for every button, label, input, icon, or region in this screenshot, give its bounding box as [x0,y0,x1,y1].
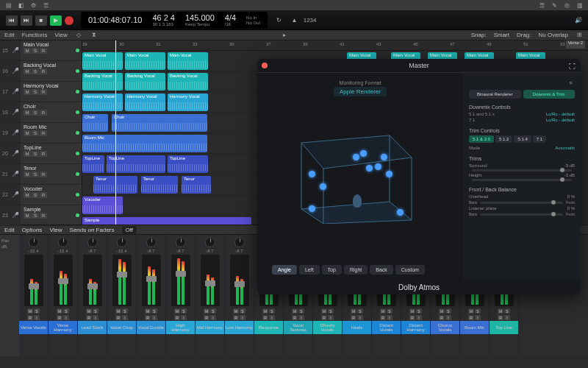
automation-icon[interactable]: ◇ [75,31,83,39]
solo-button[interactable]: S [93,308,98,314]
ruler[interactable]: Verse 2 2930313335373941434547495153 [82,40,588,51]
input-button[interactable]: I [151,315,157,320]
record-button[interactable]: R [498,315,503,320]
mute-button[interactable]: M [409,308,415,314]
play-button[interactable]: ▶ [50,15,62,26]
solo-button[interactable]: S [32,192,39,198]
mute-button[interactable]: M [27,308,33,314]
track-header[interactable]: 16 🎤 Backing Vocal M S R [0,61,82,82]
mute-button[interactable]: M [24,89,31,95]
record-enable-button[interactable]: R [40,213,47,219]
record-button[interactable]: R [321,315,327,320]
input-button[interactable]: I [122,315,128,320]
record-enable-button[interactable]: R [40,48,47,54]
record-enable-button[interactable]: R [40,192,47,198]
atmos-object[interactable] [366,165,373,171]
track-type-icon[interactable]: 🎤 [10,40,21,60]
solo-button[interactable]: S [63,308,69,314]
expand-icon[interactable]: ⛶ [568,62,576,70]
playhead[interactable] [115,40,116,224]
channel-name[interactable]: Response [254,321,283,334]
fader[interactable] [112,255,132,306]
notes-icon[interactable]: ✎ [551,1,559,10]
channel-name[interactable]: Lead Stack [78,321,107,334]
view-angle-button[interactable]: Angle [272,265,297,275]
atmos-titlebar[interactable]: Master ⛶ [257,59,581,73]
record-button[interactable]: R [262,315,268,320]
channel-name[interactable]: Vocal Double [137,321,165,334]
lcd-display[interactable]: 01:00:48:07.10 46 2 430 1 3 183 145.000K… [81,12,268,29]
solo-button[interactable]: S [357,308,363,314]
pan-knob[interactable] [117,237,127,247]
input-button[interactable]: I [328,315,334,320]
region[interactable]: Backing Vocal [82,73,123,91]
region[interactable]: Main Vocal [125,52,165,70]
record-enable-button[interactable]: R [40,151,47,157]
listener-slider[interactable] [480,213,563,216]
input-button[interactable]: I [387,315,392,320]
mute-button[interactable]: M [24,171,31,177]
channel-name[interactable]: Mid Harmony [196,321,224,334]
channel-name[interactable]: Verse Harmony [49,321,77,334]
mute-button[interactable]: M [115,308,121,314]
record-button[interactable]: R [468,315,474,320]
track-type-icon[interactable]: 🎤 [10,164,21,184]
fader-cap[interactable] [58,278,68,284]
mute-button[interactable]: M [233,308,239,314]
record-button[interactable]: R [409,315,415,320]
region[interactable]: Main Vocal [168,52,208,70]
fader[interactable] [24,255,43,306]
fader[interactable] [142,255,161,306]
record-button[interactable]: R [204,315,209,320]
atmos-panel[interactable]: Master ⛶ Monitoring Format Apple Rendere… [257,59,581,294]
view-menu[interactable]: View [54,32,67,38]
atmos-object[interactable] [381,154,387,160]
channel-name[interactable]: High Harmony [166,321,195,334]
solo-button[interactable]: S [416,308,422,314]
mute-button[interactable]: M [24,110,31,116]
channel-strip[interactable]: -15.4 M S R I Vocal Chop [107,235,137,356]
region[interactable]: Harmony Vocal [168,93,208,111]
record-button[interactable]: R [380,315,386,320]
channel-name[interactable]: Distant Vocals [372,321,401,334]
track-name[interactable]: Backing Vocal [24,63,79,68]
input-button[interactable]: I [475,315,481,320]
channel-strip[interactable]: -8.7 M S R I High Harmony [166,235,196,356]
track-type-icon[interactable]: 🎤 [10,102,21,122]
region[interactable]: Vocoder [82,197,123,214]
fader-cap[interactable] [87,283,98,289]
mute-button[interactable]: M [204,308,209,314]
track-header[interactable]: 22 🎤 Vocoder M S R [0,185,82,205]
solo-button[interactable]: S [298,308,304,314]
input-button[interactable]: I [269,315,275,320]
track-header[interactable]: 23 🎤 Sample M S R [0,205,82,226]
record-button[interactable]: R [174,315,180,320]
list-icon[interactable]: ≡ [567,79,575,87]
solo-button[interactable]: S [504,308,510,314]
region[interactable]: Sample [82,217,251,224]
monitoring-format-value[interactable]: Apple Renderer [334,87,387,96]
channel-name[interactable]: Room Mic [460,321,489,334]
atmos-object[interactable] [309,171,315,177]
atmos-object[interactable] [360,150,367,157]
mute-button[interactable]: M [380,308,386,314]
solo-button[interactable]: S [387,308,392,314]
solo-button[interactable]: S [240,308,245,314]
channel-strip[interactable]: -8.7 M S R I Mid Harmony [196,235,225,356]
downmix-71-select[interactable]: Lo/Ro - default [546,118,575,122]
region[interactable]: Backing Vocal [168,73,208,91]
track-header[interactable]: 20 🎤 TopLine M S R [0,144,82,164]
mute-button[interactable]: M [498,308,503,314]
solo-button[interactable]: S [122,308,128,314]
mute-button[interactable]: M [321,308,327,314]
overhead-slider[interactable] [480,202,563,204]
pan-knob[interactable] [234,237,245,247]
input-button[interactable]: I [240,315,245,320]
toolbar-icon[interactable]: ⚙ [29,1,37,10]
solo-button[interactable]: S [32,48,39,54]
region[interactable]: TopLine [82,155,104,173]
track-header[interactable]: 15 🎤 Main Vocal M S R [0,40,82,61]
mute-button[interactable]: M [24,130,31,136]
channel-name[interactable]: Ghostly Vocals [313,321,342,334]
solo-button[interactable]: S [32,171,39,177]
